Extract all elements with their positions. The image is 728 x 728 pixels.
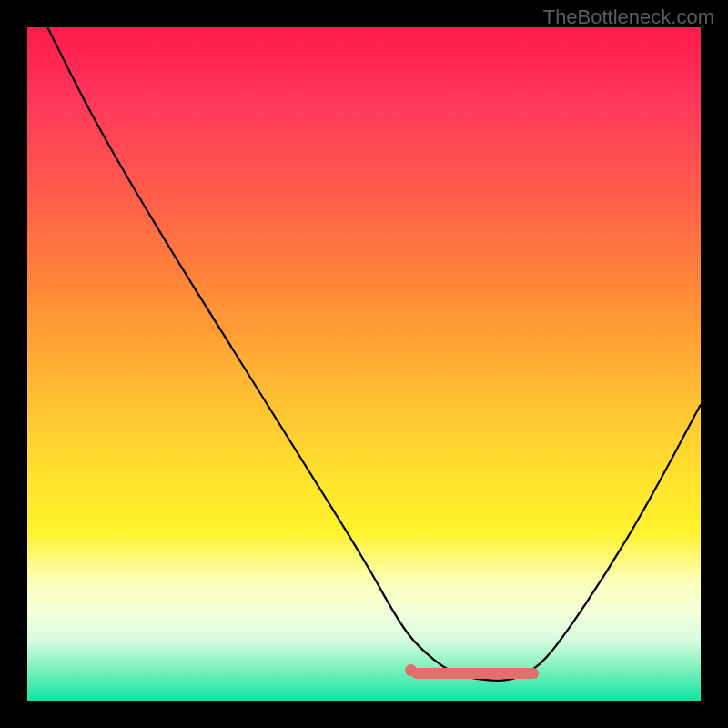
optimal-range-marker (411, 668, 540, 679)
bottleneck-curve (27, 27, 701, 701)
chart-plot-area (27, 27, 701, 701)
watermark-text: TheBottleneck.com (543, 5, 714, 29)
